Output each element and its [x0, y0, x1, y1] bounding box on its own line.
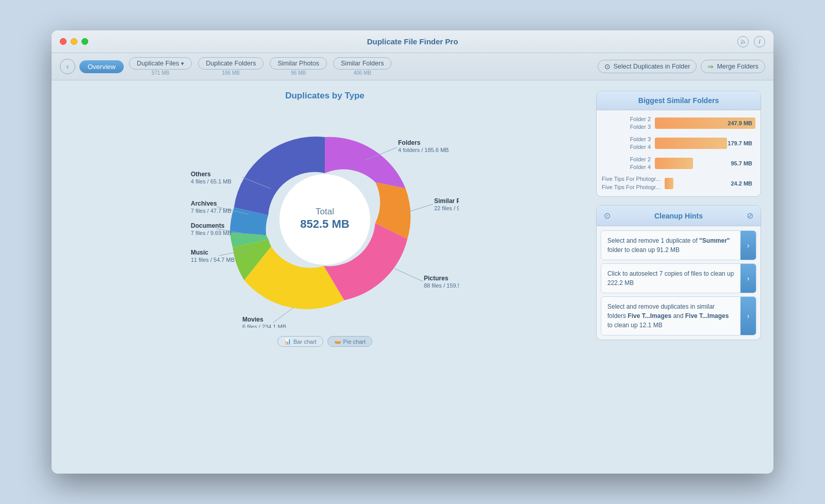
svg-text:Others: Others — [191, 171, 211, 178]
hint-arrow-button[interactable]: › — [740, 231, 756, 260]
hint-text: Select and remove 1 duplicate of "Summer… — [601, 231, 740, 260]
chart-section: Duplicates by Type — [64, 91, 586, 463]
cleanup-hints-card: ⊙ Cleanup Hints ⊘ Select and remove 1 du… — [596, 205, 761, 340]
svg-line-10 — [394, 268, 423, 281]
svg-line-13 — [273, 307, 294, 323]
folder-names: Folder 2Folder 3 — [602, 115, 651, 131]
chart-wrapper: Total 852.5 MB Folders 4 folders / 185.6… — [191, 111, 459, 328]
folder-names: Five Tips For Photogr...Five Tips For Ph… — [602, 175, 661, 191]
tab-duplicate-folders[interactable]: Duplicate Folders — [198, 57, 263, 70]
pie-chart-button[interactable]: 🥧 Pie chart — [327, 336, 372, 347]
tab-similar-photos[interactable]: Similar Photos — [270, 57, 327, 70]
folder-bar — [655, 158, 693, 169]
info-icon[interactable]: i — [754, 36, 765, 47]
right-panel: Biggest Similar Folders Folder 2Folder 3… — [596, 91, 761, 463]
svg-text:Folders: Folders — [398, 139, 421, 146]
folder-item: Folder 2Folder 4 95.7 MB — [602, 156, 755, 172]
tab-group-duplicate-files: Duplicate Files ▾ 571 MB — [129, 57, 192, 76]
merge-icon: ⇒ — [707, 62, 714, 71]
biggest-folders-card: Biggest Similar Folders Folder 2Folder 3… — [596, 91, 761, 197]
svg-text:Documents: Documents — [191, 222, 225, 229]
folder-item: Folder 3Folder 4 179.7 MB — [602, 136, 755, 152]
hint-item: Select and remove duplicates in similar … — [601, 296, 756, 335]
traffic-lights — [60, 38, 88, 45]
tab-duplicate-folders-size: 186 MB — [222, 70, 240, 76]
folder-list: Folder 2Folder 3 247.9 MB Folder 3Folder… — [597, 110, 761, 196]
svg-point-0 — [741, 42, 742, 44]
folder-names: Folder 2Folder 4 — [602, 156, 651, 172]
hints-title: Cleanup Hints — [654, 212, 703, 220]
select-duplicates-button[interactable]: ⊙ Select Duplicates in Folder — [598, 60, 697, 73]
tab-similar-folders[interactable]: Similar Folders — [333, 57, 391, 70]
tab-similar-folders-size: 406 MB — [353, 70, 371, 76]
merge-folders-button[interactable]: ⇒ Merge Folders — [701, 60, 765, 73]
chart-toggle: 📊 Bar chart 🥧 Pie chart — [277, 336, 372, 347]
folder-bar — [655, 138, 727, 149]
tab-group-similar-photos: Similar Photos 96 MB — [270, 57, 327, 76]
pie-chart-icon: 🥧 — [334, 338, 341, 345]
titlebar-actions: i — [737, 36, 765, 47]
svg-text:Pictures: Pictures — [424, 275, 449, 282]
rss-icon[interactable] — [737, 36, 749, 47]
folder-bar-label: 247.9 MB — [728, 120, 752, 126]
folder-bar-label: 179.7 MB — [728, 140, 752, 146]
close-button[interactable] — [60, 38, 67, 45]
svg-text:Similar Photos: Similar Photos — [434, 197, 459, 205]
svg-line-7 — [408, 204, 433, 212]
folder-bar-wrap: 95.7 MB — [655, 158, 755, 169]
hints-header: ⊙ Cleanup Hints ⊘ — [597, 206, 761, 226]
main-window: Duplicate File Finder Pro i ‹ Overview D… — [52, 30, 773, 474]
hint-item: Select and remove 1 duplicate of "Summer… — [601, 230, 756, 260]
titlebar: Duplicate File Finder Pro i — [52, 30, 773, 53]
bar-chart-button[interactable]: 📊 Bar chart — [277, 336, 323, 347]
hints-prev-button[interactable]: ⊙ — [604, 211, 610, 221]
tab-group-duplicate-folders: Duplicate Folders 186 MB — [198, 57, 263, 76]
window-title: Duplicate File Finder Pro — [367, 37, 458, 46]
svg-text:Total: Total — [316, 207, 334, 216]
folder-bar — [665, 178, 674, 189]
tab-group-similar-folders: Similar Folders 406 MB — [333, 57, 391, 76]
bar-chart-icon: 📊 — [284, 338, 291, 345]
minimize-button[interactable] — [71, 38, 77, 45]
hint-arrow-button[interactable]: › — [740, 264, 756, 293]
folder-names: Folder 3Folder 4 — [602, 136, 651, 152]
toolbar: ‹ Overview Duplicate Files ▾ 571 MB Dupl… — [52, 53, 773, 80]
back-button[interactable]: ‹ — [60, 59, 75, 74]
main-content: Duplicates by Type — [52, 80, 773, 474]
svg-text:88 files / 159.5 MB: 88 files / 159.5 MB — [424, 282, 459, 289]
svg-text:Archives: Archives — [191, 200, 217, 207]
tab-duplicate-files-size: 571 MB — [152, 70, 169, 76]
hint-item: Click to autoselect 7 copies of files to… — [601, 263, 756, 293]
svg-text:7 files / 9.69 MB: 7 files / 9.69 MB — [191, 230, 232, 236]
svg-text:852.5 MB: 852.5 MB — [300, 217, 349, 230]
svg-text:7 files / 47.7 MB: 7 files / 47.7 MB — [191, 208, 232, 214]
folder-item: Five Tips For Photogr...Five Tips For Ph… — [602, 175, 755, 191]
svg-text:Movies: Movies — [242, 316, 263, 323]
folder-item: Folder 2Folder 3 247.9 MB — [602, 115, 755, 131]
maximize-button[interactable] — [81, 38, 88, 45]
biggest-folders-title: Biggest Similar Folders — [597, 91, 761, 110]
hint-text: Click to autoselect 7 copies of files to… — [601, 264, 740, 293]
select-duplicates-icon: ⊙ — [604, 62, 610, 71]
hint-arrow-button[interactable]: › — [740, 297, 756, 335]
hint-text: Select and remove duplicates in similar … — [601, 297, 740, 335]
chart-title: Duplicates by Type — [285, 91, 365, 101]
folder-bar-wrap: 179.7 MB — [655, 138, 755, 149]
overview-button[interactable]: Overview — [79, 60, 124, 73]
svg-text:22 files / 96.2 MB: 22 files / 96.2 MB — [434, 205, 459, 211]
hint-items: Select and remove 1 duplicate of "Summer… — [597, 226, 761, 340]
svg-text:11 files / 54.7 MB: 11 files / 54.7 MB — [191, 257, 235, 263]
svg-text:4 files / 65.1 MB: 4 files / 65.1 MB — [191, 178, 232, 184]
folder-bar-label: 24.2 MB — [731, 180, 752, 187]
svg-text:6 files / 234.1 MB: 6 files / 234.1 MB — [242, 324, 286, 328]
svg-text:Music: Music — [191, 249, 208, 256]
folder-bar-wrap: 247.9 MB — [655, 117, 755, 129]
hints-next-button[interactable]: ⊘ — [747, 211, 753, 221]
tab-duplicate-files[interactable]: Duplicate Files ▾ — [129, 57, 192, 70]
svg-text:4 folders / 185.6 MB: 4 folders / 185.6 MB — [398, 147, 449, 153]
folder-bar-label: 95.7 MB — [731, 160, 752, 166]
tab-similar-photos-size: 96 MB — [291, 70, 306, 76]
donut-chart: Total 852.5 MB Folders 4 folders / 185.6… — [191, 111, 459, 328]
folder-bar-wrap: 24.2 MB — [665, 178, 755, 189]
